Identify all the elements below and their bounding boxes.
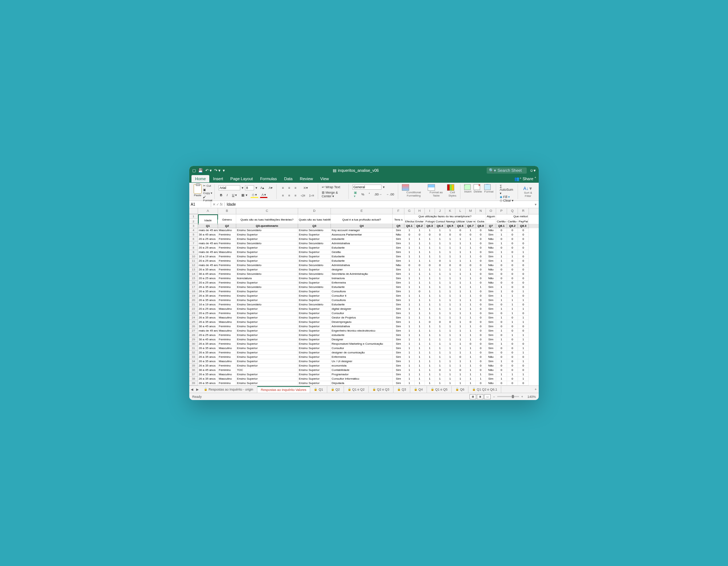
cell[interactable]: 0: [476, 351, 486, 355]
zoom-out-icon[interactable]: −: [493, 395, 495, 399]
cell[interactable]: Ensino Secundário: [298, 241, 331, 246]
cell[interactable]: 0: [507, 276, 518, 281]
cell[interactable]: 0: [518, 281, 529, 285]
cell[interactable]: 1: [445, 246, 455, 250]
cell[interactable]: 20 a 25 anos: [198, 246, 218, 250]
cell[interactable]: Ensino Superior: [298, 359, 331, 364]
cell[interactable]: Não: [486, 228, 496, 233]
cell[interactable]: 36 a 45 anos: [198, 272, 218, 276]
cell[interactable]: Não: [486, 368, 496, 372]
cell[interactable]: 1: [455, 250, 466, 254]
cell[interactable]: Ensino Secundário: [298, 285, 331, 289]
cell[interactable]: Sim: [393, 368, 404, 372]
cell[interactable]: Ensino Superior: [298, 381, 331, 385]
cell[interactable]: 1: [445, 372, 455, 377]
cell[interactable]: Feminino: [218, 289, 236, 294]
cell[interactable]: Sim: [486, 254, 496, 259]
cell[interactable]: 1: [404, 298, 415, 302]
cell[interactable]: 1: [466, 294, 476, 298]
cell[interactable]: 1: [415, 372, 425, 377]
format-as-table-icon[interactable]: [428, 184, 435, 191]
cell[interactable]: 1: [415, 259, 425, 263]
cell[interactable]: Sim: [486, 320, 496, 324]
cell[interactable]: Sim: [393, 294, 404, 298]
cell[interactable]: Feminino: [218, 302, 236, 307]
column-header-N[interactable]: N: [476, 208, 486, 214]
cell[interactable]: 1: [445, 329, 455, 333]
cell[interactable]: 26 a 35 anos: [198, 285, 218, 289]
cell[interactable]: Deputada: [331, 381, 393, 385]
row-header-24[interactable]: 24: [189, 316, 198, 320]
cell[interactable]: 1: [425, 268, 435, 272]
font-select[interactable]: [218, 185, 240, 190]
cell[interactable]: Masculino: [218, 372, 236, 377]
wrap-text-button[interactable]: ↩ Wrap Text: [322, 185, 346, 189]
cell[interactable]: Masculino: [218, 320, 236, 324]
cell[interactable]: 26 a 35 anos: [198, 294, 218, 298]
cell[interactable]: Ensino Superior: [236, 377, 298, 381]
cell[interactable]: 0: [518, 241, 529, 246]
cell[interactable]: 0: [445, 263, 455, 268]
cell[interactable]: 0: [476, 359, 486, 364]
enter-formula-icon[interactable]: ✓: [216, 202, 219, 206]
cell[interactable]: Sim: [486, 346, 496, 351]
cell[interactable]: mais de 45 anos: [198, 329, 218, 333]
cell[interactable]: 1: [445, 285, 455, 289]
row-header-5[interactable]: 5: [189, 233, 198, 237]
cell[interactable]: 0: [496, 324, 507, 329]
cell[interactable]: Engenheiro técnico electrotécnico: [331, 329, 393, 333]
cell[interactable]: 1: [415, 320, 425, 324]
cell[interactable]: 1: [404, 254, 415, 259]
cell[interactable]: Não: [486, 364, 496, 368]
cell[interactable]: 1: [435, 359, 445, 364]
cell[interactable]: 0: [435, 368, 445, 372]
cell[interactable]: 1: [435, 342, 445, 346]
cell[interactable]: 1: [445, 294, 455, 298]
cell[interactable]: 1: [455, 276, 466, 281]
cell[interactable]: 0: [507, 316, 518, 320]
cell[interactable]: 1: [466, 337, 476, 342]
cell[interactable]: Ensino Superior: [236, 233, 298, 237]
cell[interactable]: mais de 45 anos: [198, 241, 218, 246]
cell[interactable]: 1: [435, 285, 445, 289]
cell[interactable]: 0: [518, 355, 529, 359]
cell[interactable]: 1: [496, 377, 507, 381]
cell[interactable]: 1: [425, 298, 435, 302]
cell[interactable]: 0: [455, 228, 466, 233]
cell[interactable]: Sim: [393, 307, 404, 311]
cell[interactable]: 1: [404, 268, 415, 272]
cell[interactable]: 1: [445, 307, 455, 311]
cell[interactable]: 0: [476, 329, 486, 333]
cell[interactable]: 0: [466, 342, 476, 346]
cell[interactable]: Ensino Superior: [236, 250, 298, 254]
cell[interactable]: Estudante: [331, 302, 393, 307]
cell[interactable]: 1: [466, 333, 476, 337]
cell[interactable]: Feminino: [218, 294, 236, 298]
cell[interactable]: 1: [415, 268, 425, 272]
cell[interactable]: 26 a 35 anos: [198, 289, 218, 294]
cell[interactable]: 1: [445, 337, 455, 342]
cell[interactable]: 1: [435, 272, 445, 276]
cell[interactable]: estudante: [331, 333, 393, 337]
cell[interactable]: Ensino Superior: [236, 281, 298, 285]
cell[interactable]: 0: [455, 263, 466, 268]
cell[interactable]: 0: [476, 302, 486, 307]
cell[interactable]: 1: [425, 351, 435, 355]
sheet-tab-q2[interactable]: 🔒Q2: [327, 386, 344, 393]
cell[interactable]: Q6.1: [404, 224, 415, 228]
cell[interactable]: 1: [404, 250, 415, 254]
search-sheet-box[interactable]: 🔍▾ Search Sheet: [487, 167, 527, 174]
row-header-23[interactable]: 23: [189, 311, 198, 316]
cell[interactable]: Masculino: [218, 228, 236, 233]
cell[interactable]: 0: [476, 276, 486, 281]
cell[interactable]: Ensino Superior: [236, 329, 298, 333]
cell[interactable]: Feminino: [218, 259, 236, 263]
cell[interactable]: 0: [455, 355, 466, 359]
cell[interactable]: Estudante: [331, 285, 393, 289]
merge-center-button[interactable]: ⊞ Merge & Center ▾: [322, 191, 346, 198]
cell[interactable]: 1: [404, 246, 415, 250]
cell[interactable]: 0: [507, 228, 518, 233]
cell[interactable]: 1: [404, 307, 415, 311]
cell[interactable]: 1: [415, 316, 425, 320]
cell[interactable]: 1: [445, 355, 455, 359]
